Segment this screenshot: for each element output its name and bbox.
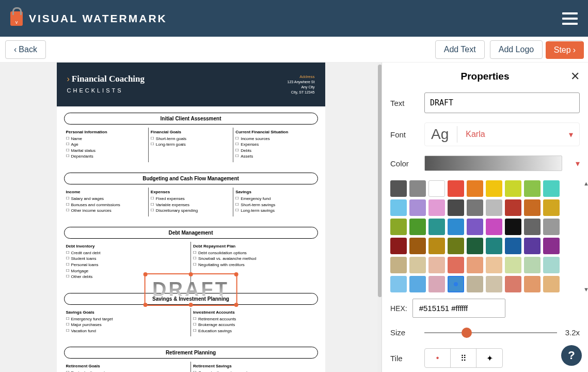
color-swatch[interactable] — [448, 238, 464, 254]
add-text-button[interactable]: Add Text — [435, 40, 485, 59]
color-swatches — [390, 180, 580, 292]
color-swatch[interactable] — [486, 276, 502, 292]
chevron-right-icon: › — [573, 45, 576, 55]
help-button[interactable]: ? — [561, 345, 582, 366]
color-swatch[interactable] — [524, 276, 541, 292]
color-swatch[interactable] — [524, 257, 541, 273]
text-label: Text — [390, 99, 416, 107]
color-swatch[interactable] — [486, 219, 502, 235]
tile-single[interactable]: • — [425, 349, 451, 367]
color-swatch[interactable] — [428, 238, 445, 254]
color-swatch[interactable] — [467, 238, 483, 254]
size-label: Size — [390, 328, 416, 337]
color-label: Color — [390, 159, 416, 168]
color-swatch[interactable] — [390, 238, 407, 254]
color-swatch[interactable] — [467, 199, 483, 216]
color-swatch[interactable] — [505, 238, 521, 254]
next-step-button[interactable]: Step › — [546, 41, 584, 59]
color-swatch[interactable] — [486, 180, 502, 197]
color-swatch[interactable] — [390, 219, 407, 235]
tile-label: Tile — [390, 354, 416, 363]
color-swatch[interactable] — [543, 238, 560, 254]
size-slider[interactable] — [424, 332, 557, 333]
color-swatch[interactable] — [409, 219, 426, 235]
slider-thumb[interactable] — [462, 328, 472, 338]
color-swatch[interactable] — [543, 199, 560, 216]
color-swatch[interactable] — [390, 180, 407, 197]
swatch-scroll-up-icon[interactable]: ▲ — [583, 180, 588, 187]
color-swatch[interactable] — [505, 276, 521, 292]
size-value: 3.2x — [565, 328, 580, 337]
color-swatch[interactable] — [448, 219, 464, 235]
resize-handle-tr[interactable] — [234, 272, 239, 276]
color-swatch[interactable] — [505, 199, 521, 216]
color-swatch[interactable] — [524, 238, 541, 254]
hex-input[interactable] — [412, 299, 505, 318]
color-swatch[interactable] — [409, 257, 426, 273]
color-swatch[interactable] — [409, 276, 426, 292]
chevron-left-icon: ‹ — [14, 45, 17, 54]
add-logo-button[interactable]: Add Logo — [490, 40, 543, 59]
resize-handle-bl[interactable] — [143, 303, 147, 307]
chevron-down-icon[interactable]: ▾ — [576, 159, 580, 168]
color-swatch[interactable] — [505, 257, 521, 273]
color-swatch[interactable] — [409, 199, 426, 216]
font-name: Karla — [466, 130, 569, 139]
color-swatch[interactable] — [543, 219, 560, 235]
back-button[interactable]: ‹ Back — [5, 40, 46, 59]
color-swatch[interactable] — [467, 276, 483, 292]
color-swatch[interactable] — [524, 219, 541, 235]
toolbar: ‹ Back Add Text Add Logo Rem — [0, 37, 588, 63]
color-swatch[interactable] — [428, 219, 445, 235]
color-swatch[interactable] — [448, 199, 464, 216]
color-swatch[interactable] — [543, 257, 560, 273]
resize-handle-tl[interactable] — [143, 272, 147, 276]
color-swatch[interactable] — [505, 180, 521, 197]
section-column: Investment AccountsRetirement accountsBr… — [191, 308, 318, 337]
color-swatch[interactable] — [486, 257, 502, 273]
color-swatch[interactable] — [467, 257, 483, 273]
color-swatch[interactable] — [428, 180, 445, 197]
color-swatch[interactable] — [505, 219, 521, 235]
hamburger-menu-icon[interactable] — [562, 12, 578, 25]
resize-handle-br[interactable] — [234, 303, 239, 307]
font-selector[interactable]: Ag Karla ▾ — [424, 122, 580, 146]
text-input[interactable] — [424, 92, 580, 113]
color-swatch[interactable] — [428, 199, 445, 216]
color-swatch[interactable] — [448, 257, 464, 273]
color-swatch[interactable] — [390, 199, 407, 216]
color-swatch[interactable] — [428, 276, 445, 292]
color-swatch[interactable] — [428, 257, 445, 273]
section-column: IncomeSalary and wagesBonuses and commis… — [64, 188, 149, 216]
canvas-area[interactable]: ›Financial Coaching CHECKLISTS Address 1… — [0, 63, 382, 372]
doc-subtitle: CHECKLISTS — [67, 87, 145, 94]
color-swatch[interactable] — [524, 180, 541, 197]
panel-title: Properties — [461, 71, 510, 82]
section-column: ExpensesFixed expensesVariable expensesD… — [149, 188, 233, 216]
color-swatch[interactable] — [448, 180, 464, 197]
section-column: Current Financial SituationIncome source… — [233, 128, 317, 162]
color-swatch[interactable] — [390, 276, 407, 292]
resize-handle-t[interactable] — [188, 272, 193, 276]
color-swatch[interactable] — [486, 238, 502, 254]
swatch-scroll-down-icon[interactable]: ▼ — [583, 286, 588, 292]
color-swatch[interactable] — [486, 199, 502, 216]
color-swatch[interactable] — [390, 257, 407, 273]
close-icon[interactable]: ✕ — [570, 70, 580, 83]
tile-grid[interactable]: ⠿ — [451, 349, 476, 367]
tile-diagonal[interactable]: ✦ — [476, 349, 502, 367]
color-swatch[interactable] — [543, 276, 560, 292]
color-preview[interactable] — [424, 156, 562, 171]
color-swatch[interactable] — [524, 199, 541, 216]
color-swatch[interactable] — [467, 219, 483, 235]
color-swatch[interactable] — [543, 180, 560, 197]
watermark-selection[interactable]: DRAFT — [144, 273, 237, 306]
section-columns: IncomeSalary and wagesBonuses and commis… — [57, 188, 325, 221]
color-swatch[interactable] — [409, 238, 426, 254]
step-label: Step — [554, 45, 571, 55]
font-preview: Ag — [431, 126, 457, 143]
section-columns: Personal InformationNameAgeMarital statu… — [57, 128, 325, 166]
color-swatch[interactable] — [409, 180, 426, 197]
color-swatch[interactable] — [467, 180, 483, 197]
color-swatch[interactable] — [448, 276, 464, 292]
